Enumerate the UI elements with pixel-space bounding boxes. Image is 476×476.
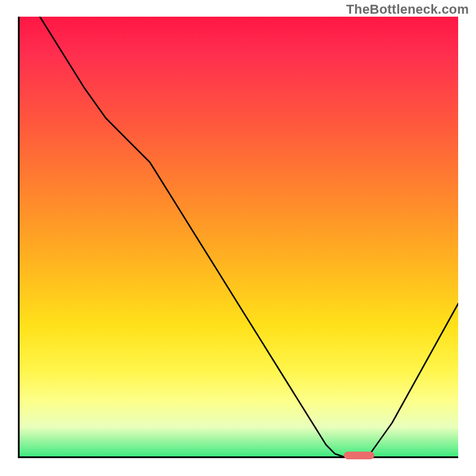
y-axis [18,17,20,458]
watermark-text: TheBottleneck.com [346,2,469,17]
x-axis [18,456,458,458]
plot-area [18,17,458,458]
bottleneck-curve [18,17,458,458]
optimal-range-marker [344,452,375,459]
